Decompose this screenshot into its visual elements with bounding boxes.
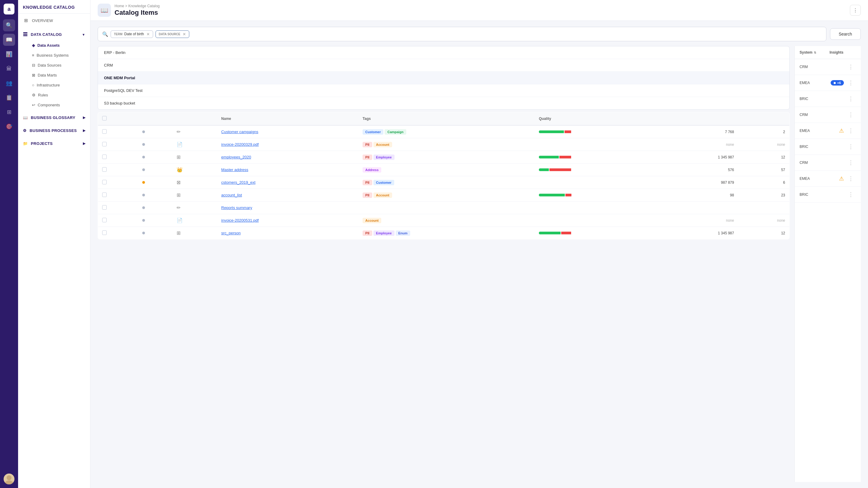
row-name-3[interactable]: Master address <box>221 167 248 172</box>
row-checkbox-3[interactable] <box>102 167 107 172</box>
search-input[interactable] <box>192 32 822 36</box>
row-name-2[interactable]: employees_2020 <box>221 155 251 159</box>
sidebar-icon-search[interactable]: 🔍 <box>3 19 15 31</box>
row-count2-4: 6 <box>738 176 789 189</box>
table-row: ⊞src_personPIIEmployeeEnum 1 345 98712 <box>98 227 789 239</box>
nav-section-projects: 📁 PROJECTS ▶ <box>18 137 90 150</box>
nav-item-overview[interactable]: ⊞ OVERVIEW <box>18 15 90 26</box>
filter-term-remove[interactable]: ✕ <box>147 32 150 36</box>
nav-sub-data-sources[interactable]: ⊟ Data Sources <box>18 60 90 70</box>
row-progress-3 <box>535 164 663 176</box>
nav-sub-components[interactable]: ↩ Components <box>18 100 90 110</box>
dropdown-item-s3[interactable]: S3 backup bucket <box>98 97 789 109</box>
insights-badge-1[interactable]: +6 <box>831 80 844 86</box>
status-dot-7 <box>142 219 145 222</box>
row-checkbox-4[interactable] <box>102 180 107 184</box>
row-count1-6 <box>663 201 738 214</box>
sidebar-icon-target[interactable]: 🎯 <box>3 121 15 133</box>
tag-campaign[interactable]: Campaign <box>384 129 406 135</box>
dropdown-item-postgresql[interactable]: PostgreSQL DEV Test <box>98 84 789 97</box>
filter-tag-term[interactable]: Term Date of birth ✕ <box>111 30 153 38</box>
row-more-button-6[interactable]: ⋮ <box>846 158 856 167</box>
row-name-7[interactable]: invoice-20200531.pdf <box>221 218 258 223</box>
dropdown-item-onemdm[interactable]: ONE MDM Portal <box>98 72 789 84</box>
breadcrumb: Home > Knowledge Catalog <box>115 4 846 8</box>
nav-panel: KNOWLEDGE CATALOG ⊞ OVERVIEW DATA CATALO… <box>18 0 90 488</box>
search-button[interactable]: Search <box>830 28 861 40</box>
row-checkbox-0[interactable] <box>102 129 107 134</box>
row-more-button-4[interactable]: ⋮ <box>846 126 856 135</box>
rules-icon: ⚙ <box>32 93 36 97</box>
nav-sub-infrastructure[interactable]: ○ Infrastructure <box>18 80 90 90</box>
row-more-button-5[interactable]: ⋮ <box>846 142 856 151</box>
table-row: 📄invoice-20200329.pdfPIIAccountnonenone <box>98 138 789 151</box>
row-name-8[interactable]: src_person <box>221 231 241 235</box>
table-header-row: Name Tags Quality <box>98 112 789 126</box>
nav-sub-data-assets[interactable]: ◈ Data Assets <box>18 40 90 50</box>
row-name-0[interactable]: Customer campaigns <box>221 130 258 134</box>
tag-customer[interactable]: Customer <box>363 129 383 135</box>
row-name-6[interactable]: Reports summary <box>221 205 252 210</box>
row-name-5[interactable]: account_list <box>221 193 242 197</box>
row-more-button-8[interactable]: ⋮ <box>846 190 856 199</box>
row-name-1[interactable]: invoice-20200329.pdf <box>221 142 258 147</box>
svg-rect-4 <box>23 35 27 36</box>
tag-address[interactable]: Address <box>363 167 381 173</box>
select-all-checkbox[interactable] <box>102 116 107 121</box>
tag-pii[interactable]: PII <box>363 142 372 147</box>
glossary-chevron: ▶ <box>83 116 85 120</box>
nav-sub-rules[interactable]: ⚙ Rules <box>18 90 90 100</box>
user-avatar[interactable] <box>4 474 14 484</box>
components-icon: ↩ <box>32 103 35 107</box>
row-checkbox-1[interactable] <box>102 142 107 147</box>
row-name-4[interactable]: cstomers_2019_ext <box>221 180 255 185</box>
status-dot-8 <box>142 232 145 234</box>
row-count1-3: 576 <box>663 164 738 176</box>
tag-employee[interactable]: Employee <box>373 155 395 160</box>
row-more-button-7[interactable]: ⋮ <box>846 174 856 183</box>
tag-pii[interactable]: PII <box>363 230 372 236</box>
row-more-button-0[interactable]: ⋮ <box>846 62 856 71</box>
filter-datasource-remove[interactable]: ✕ <box>183 32 186 36</box>
app-logo[interactable]: a <box>4 4 14 14</box>
dropdown-item-erp[interactable]: ERP - Berlin <box>98 46 789 59</box>
row-more-button-2[interactable]: ⋮ <box>846 94 856 103</box>
tag-account[interactable]: Account <box>363 218 381 223</box>
sidebar-icon-people[interactable]: 👥 <box>3 77 15 89</box>
row-checkbox-5[interactable] <box>102 193 107 197</box>
tag-account[interactable]: Account <box>373 193 392 198</box>
row-checkbox-6[interactable] <box>102 205 107 210</box>
sidebar-icon-grid[interactable]: ⊞ <box>3 106 15 118</box>
sidebar-icon-chart[interactable]: 📊 <box>3 48 15 60</box>
sidebar-icon-list[interactable]: 📋 <box>3 92 15 104</box>
nav-section-business-glossary-header[interactable]: 📖 BUSINESS GLOSSARY ▶ <box>18 112 90 123</box>
tag-employee[interactable]: Employee <box>373 230 395 236</box>
nav-section-business-processes-header[interactable]: ⚙ BUSINESS PROCESSES ▶ <box>18 125 90 136</box>
tag-enum[interactable]: Enum <box>396 230 410 236</box>
rp-insights-cell-6: ⋮ <box>846 158 856 167</box>
dropdown-item-crm[interactable]: CRM <box>98 59 789 72</box>
filter-tag-datasource[interactable]: Data source ✕ <box>156 30 189 38</box>
tag-pii[interactable]: PII <box>363 193 372 198</box>
rp-system-col[interactable]: System ⇅ <box>800 50 826 55</box>
tag-pii[interactable]: PII <box>363 180 372 185</box>
nav-section-datacatalog-header[interactable]: DATA CATALOG ▼ <box>18 29 90 40</box>
col-name[interactable]: Name <box>217 112 358 126</box>
row-more-button-3[interactable]: ⋮ <box>846 110 856 119</box>
row-checkbox-2[interactable] <box>102 155 107 159</box>
tag-customer[interactable]: Customer <box>373 180 394 185</box>
topbar-actions: ⋮ <box>850 5 861 16</box>
sidebar-icon-building[interactable]: 🏛 <box>3 63 15 75</box>
row-checkbox-7[interactable] <box>102 218 107 222</box>
nav-sub-data-marts[interactable]: ⊠ Data Marts <box>18 70 90 80</box>
row-more-button-1[interactable]: ⋮ <box>846 78 856 87</box>
table-row: 📄invoice-20200531.pdfAccountnonenone <box>98 214 789 227</box>
tag-pii[interactable]: PII <box>363 155 372 160</box>
nav-sub-business-systems[interactable]: ≡ Business Systems <box>18 50 90 60</box>
row-checkbox-8[interactable] <box>102 230 107 235</box>
rp-system-label: System <box>800 50 812 55</box>
topbar-more-button[interactable]: ⋮ <box>850 5 861 16</box>
nav-section-projects-header[interactable]: 📁 PROJECTS ▶ <box>18 138 90 149</box>
tag-account[interactable]: Account <box>373 142 392 147</box>
sidebar-icon-book[interactable]: 📖 <box>3 34 15 46</box>
